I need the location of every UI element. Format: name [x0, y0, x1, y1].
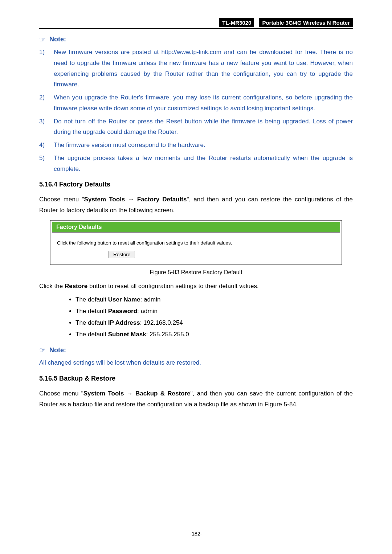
pointing-hand-icon: ☞ — [39, 346, 46, 354]
list-item: The default IP Address: 192.168.0.254 — [75, 317, 353, 329]
default-suffix: : 255.255.255.0 — [146, 331, 189, 338]
default-bold: IP Address — [108, 319, 140, 326]
figure-body-text: Click the following button to reset all … — [57, 240, 342, 246]
note-num: 2) — [39, 92, 45, 103]
note-2-text: All changed settings will be lost when d… — [39, 358, 353, 368]
intro-arrow: → — [124, 390, 136, 397]
header-right: TL-MR3020 Portable 3G/4G Wireless N Rout… — [219, 18, 353, 27]
factory-defaults-intro: Choose menu "System Tools → Factory Defa… — [39, 194, 353, 216]
after-figure-bold: Restore — [65, 283, 87, 290]
page-header: TL-MR3020 Portable 3G/4G Wireless N Rout… — [39, 18, 353, 27]
intro-prefix: Choose menu " — [39, 196, 84, 203]
default-bold: User Name — [108, 296, 140, 303]
note-num: 3) — [39, 116, 45, 127]
default-prefix: The default — [75, 296, 108, 303]
header-rule — [39, 28, 353, 29]
intro-bold-system-tools: System Tools — [83, 390, 124, 397]
model-number: TL-MR3020 — [219, 18, 254, 27]
figure-caption: Figure 5-83 Restore Factory Default — [39, 269, 353, 276]
default-prefix: The default — [75, 319, 108, 326]
intro-prefix: Choose menu " — [39, 390, 83, 397]
default-prefix: The default — [75, 308, 108, 315]
note-heading-1: ☞ Note: — [39, 36, 353, 43]
note-text: When you upgrade the Router's firmware, … — [54, 94, 353, 112]
header-gap — [254, 18, 259, 27]
list-item: The default Password: admin — [75, 305, 353, 317]
section-heading-backup-restore: 5.16.5 Backup & Restore — [39, 375, 353, 382]
after-figure-prefix: Click the — [39, 283, 65, 290]
note-item-1: 1) New firmware versions are posted at h… — [39, 47, 353, 90]
intro-arrow: → — [125, 196, 137, 203]
default-bold: Subnet Mask — [108, 331, 146, 338]
intro-bold-backup-restore: Backup & Restore — [135, 390, 191, 397]
after-figure-suffix: button to reset all configuration settin… — [87, 283, 259, 290]
defaults-list: The default User Name: admin The default… — [39, 294, 353, 341]
figure-divider — [52, 235, 340, 235]
note-item-4: 4) The firmware version must correspond … — [39, 140, 353, 151]
note-num: 1) — [39, 47, 45, 58]
note-item-2: 2) When you upgrade the Router's firmwar… — [39, 92, 353, 114]
default-prefix: The default — [75, 331, 108, 338]
intro-bold-factory-defaults: Factory Defaults — [137, 196, 187, 203]
note-list-1: 1) New firmware versions are posted at h… — [39, 47, 353, 174]
note-text: The upgrade process takes a few moments … — [54, 155, 353, 172]
list-item: The default User Name: admin — [75, 294, 353, 305]
after-figure-text: Click the Restore button to reset all co… — [39, 281, 353, 292]
note-num: 4) — [39, 140, 45, 151]
note-num: 5) — [39, 153, 45, 164]
default-suffix: : admin — [137, 308, 158, 315]
note-label-1: Note: — [49, 36, 66, 43]
list-item: The default Subnet Mask: 255.255.255.0 — [75, 329, 353, 340]
default-suffix: : admin — [140, 296, 161, 303]
note-label-2: Note: — [49, 346, 66, 354]
note-item-3: 3) Do not turn off the Router or press t… — [39, 116, 353, 138]
page-number: -182- — [0, 531, 392, 537]
intro-bold-system-tools: System Tools — [84, 196, 125, 203]
figure-bottom-divider — [52, 263, 340, 263]
restore-button[interactable]: Restore — [109, 251, 135, 258]
default-suffix: : 192.168.0.254 — [140, 319, 183, 326]
backup-restore-intro: Choose menu "System Tools → Backup & Res… — [39, 388, 353, 410]
default-bold: Password — [108, 308, 137, 315]
figure-factory-defaults: Factory Defaults Click the following but… — [50, 220, 342, 265]
figure-title-bar: Factory Defaults — [52, 222, 340, 233]
note-item-5: 5) The upgrade process takes a few momen… — [39, 153, 353, 175]
note-text: The firmware version must correspond to … — [54, 141, 205, 148]
header-subtitle: Portable 3G/4G Wireless N Router — [259, 18, 353, 27]
pointing-hand-icon: ☞ — [39, 36, 46, 43]
section-heading-factory-defaults: 5.16.4 Factory Defaults — [39, 181, 353, 188]
note-text: New firmware versions are posted at http… — [54, 49, 353, 88]
note-text: Do not turn off the Router or press the … — [54, 118, 353, 136]
note-heading-2: ☞ Note: — [39, 346, 353, 354]
